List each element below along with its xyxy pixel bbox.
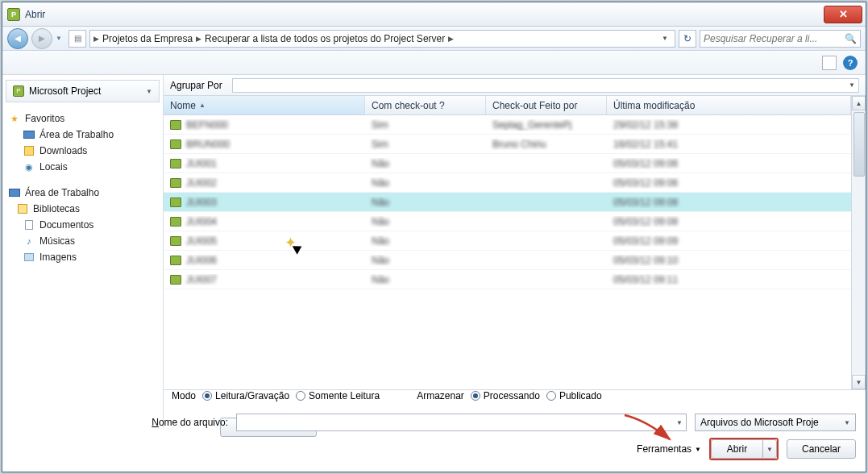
window-title: Abrir	[25, 9, 45, 20]
sidebar-provider[interactable]: P Microsoft Project ▼	[6, 80, 160, 102]
location-icon[interactable]: ▤	[69, 30, 86, 48]
project-icon	[170, 120, 181, 130]
sidebar-desktop[interactable]: Área de Trabalho	[9, 185, 163, 201]
sidebar-item-places[interactable]: ◉ Locais	[9, 159, 163, 175]
store-label: Armazenar	[417, 390, 464, 401]
radio-read-write[interactable]: Leitura/Gravação	[202, 390, 289, 401]
table-row[interactable]: BEFN000SimSeplag_GerentePj29/02/12 15:38	[164, 115, 851, 135]
file-type-filter[interactable]: Arquivos do Microsoft Proje ▼	[695, 414, 856, 431]
sidebar-item-images[interactable]: Imagens	[9, 249, 163, 265]
sidebar-favorites[interactable]: ★ Favoritos	[9, 110, 163, 127]
forward-button[interactable]: ►	[31, 28, 52, 49]
table-row[interactable]: JUI005Não05/03/12 09:09	[164, 231, 851, 251]
project-icon	[170, 236, 181, 246]
tools-menu[interactable]: Ferramentas ▼	[637, 443, 701, 455]
radio-published[interactable]: Publicado	[546, 390, 602, 401]
nav-bar: ◄ ► ▼ ▤ ▶ Projetos da Empresa ▶ Recupera…	[2, 27, 866, 51]
project-icon: P	[13, 85, 24, 97]
project-icon	[170, 217, 181, 227]
help-button[interactable]: ?	[843, 56, 858, 70]
history-dropdown[interactable]: ▼	[56, 35, 65, 42]
project-icon	[170, 256, 181, 265]
open-dialog: P Abrir ✕ ◄ ► ▼ ▤ ▶ Projetos da Empresa …	[2, 2, 866, 472]
sidebar-item-desktop[interactable]: Área de Trabalho	[9, 127, 163, 143]
column-header-nome[interactable]: Nome ▲	[164, 96, 365, 114]
scroll-thumb[interactable]	[853, 112, 865, 177]
group-by-dropdown[interactable]: ▼	[232, 78, 859, 93]
scroll-up-button[interactable]: ▲	[852, 96, 866, 110]
sidebar-item-documents[interactable]: Documentos	[9, 217, 163, 233]
chevron-right-icon: ▶	[196, 35, 201, 43]
cell-checkout: Não	[372, 274, 389, 285]
open-button-highlight: Abrir ▼	[709, 438, 779, 460]
project-icon	[170, 275, 181, 285]
search-icon: 🔍	[845, 33, 857, 44]
search-input[interactable]	[704, 33, 845, 44]
cell-nome: JUI005	[186, 235, 217, 247]
breadcrumb[interactable]: ▶ Projetos da Empresa ▶ Recuperar a list…	[89, 30, 675, 48]
app-icon: P	[7, 8, 20, 21]
cell-nome: JUI006	[186, 255, 217, 266]
cancel-button[interactable]: Cancelar	[787, 439, 856, 459]
cell-checkout: Não	[372, 235, 389, 247]
cell-checkout: Não	[372, 158, 389, 169]
cell-mod: 05/03/12 09:09	[613, 235, 678, 247]
cell-checkout: Não	[372, 255, 389, 266]
breadcrumb-item[interactable]: Recuperar a lista de todos os projetos d…	[203, 33, 446, 44]
cell-por: Seplag_GerentePj	[492, 119, 571, 131]
sidebar-item-label: Locais	[39, 161, 68, 173]
radio-icon	[296, 391, 305, 401]
breadcrumb-item[interactable]: Projetos da Empresa	[101, 33, 194, 44]
search-box[interactable]: 🔍	[700, 30, 861, 48]
cell-nome: JUI007	[186, 274, 217, 285]
cell-checkout: Sim	[372, 119, 388, 131]
sidebar-item-music[interactable]: ♪ Músicas	[9, 233, 163, 249]
table-row[interactable]: JUI007Não05/03/12 09:11	[164, 270, 851, 289]
open-button[interactable]: Abrir	[711, 439, 762, 459]
project-icon	[170, 139, 181, 149]
music-icon: ♪	[23, 235, 35, 247]
table-row[interactable]: JUI003Não05/03/12 09:08	[164, 193, 851, 212]
table-row[interactable]: JUI004Não05/03/12 09:08	[164, 212, 851, 231]
sidebar-item-label: Área de Trabalho	[39, 129, 114, 140]
mode-label: Modo	[172, 390, 196, 401]
filename-label: Nome do arquivo:	[12, 417, 228, 428]
titlebar: P Abrir ✕	[2, 2, 866, 27]
vertical-scrollbar[interactable]: ▲ ▼	[851, 96, 866, 389]
radio-icon	[471, 391, 480, 401]
cell-mod: 29/02/12 15:38	[613, 119, 678, 131]
image-icon	[24, 253, 34, 261]
table-row[interactable]: JUI002Não05/03/12 09:06	[164, 173, 851, 193]
cell-checkout: Não	[372, 197, 389, 208]
chevron-down-icon: ▼	[844, 419, 850, 426]
grid-header: Nome ▲ Com check-out ? Check-out Feito p…	[164, 96, 851, 115]
column-header-mod[interactable]: Última modificação	[607, 96, 851, 114]
cell-mod: 05/03/12 09:06	[613, 177, 678, 189]
project-icon	[170, 159, 181, 168]
cell-mod: 05/03/12 09:11	[613, 274, 678, 285]
radio-processing[interactable]: Processando	[471, 390, 540, 401]
sidebar-item-libraries[interactable]: Bibliotecas	[9, 201, 163, 217]
document-icon	[25, 220, 33, 230]
close-button[interactable]: ✕	[824, 6, 862, 23]
preview-pane-button[interactable]	[822, 56, 837, 70]
back-button[interactable]: ◄	[7, 28, 28, 49]
cell-por: Bruno Chiriu	[492, 139, 546, 150]
column-header-por[interactable]: Check-out Feito por	[486, 96, 607, 114]
open-dropdown[interactable]: ▼	[762, 439, 777, 459]
desktop-icon	[23, 131, 35, 139]
sidebar: P Microsoft Project ▼ ★ Favoritos Área d…	[2, 75, 164, 428]
scroll-down-button[interactable]: ▼	[852, 375, 866, 389]
libraries-icon	[18, 204, 27, 214]
refresh-button[interactable]: ↻	[679, 30, 696, 48]
filename-input[interactable]: ▼	[236, 414, 687, 431]
table-row[interactable]: JUI001Não05/03/12 09:06	[164, 154, 851, 173]
radio-icon	[202, 391, 212, 401]
cell-mod: 05/03/12 09:10	[613, 255, 678, 266]
table-row[interactable]: BRUN000SimBruno Chiriu16/02/12 15:41	[164, 135, 851, 154]
column-header-checkout[interactable]: Com check-out ?	[365, 96, 486, 114]
radio-read-only[interactable]: Somente Leitura	[296, 390, 380, 401]
table-row[interactable]: JUI006Não05/03/12 09:10	[164, 251, 851, 270]
sidebar-item-downloads[interactable]: Downloads	[9, 143, 163, 159]
breadcrumb-dropdown[interactable]: ▼	[658, 35, 671, 42]
